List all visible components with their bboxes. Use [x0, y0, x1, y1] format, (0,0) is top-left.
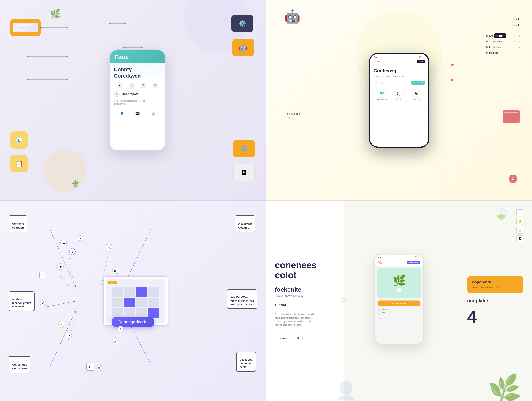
grid-cell-12: [148, 308, 159, 318]
node-tl-text: Uentiens cogption: [12, 222, 24, 229]
node-tl: Uentiens cogption: [9, 215, 27, 233]
red-box-line1: [504, 112, 518, 113]
cell-top-right: 🤖 ✔✔✔ Tood you foot Cole Foot Toont Nano…: [266, 0, 532, 200]
grid-cell-8: [148, 298, 159, 307]
nav-back-btn[interactable]: ←: [373, 60, 376, 63]
label-toont: Toont: [511, 23, 519, 27]
deco-circle-2: [43, 149, 86, 192]
checkbox-2[interactable]: [378, 311, 380, 314]
side-item-2: Third lonestu › ›: [486, 40, 522, 43]
status-app-label: App: [374, 56, 377, 58]
center-phone-app-icon: ✏️: [378, 260, 382, 264]
surtand-desc: A cocoeey ferwrd cosh. ity hreplace fle …: [275, 313, 335, 327]
phone-frame: App 📶 ⚡ ← Fock → Cole Cootevvep Troy Flo…: [369, 53, 430, 148]
center-phone-header-btn[interactable]: Codenterion: [407, 261, 420, 264]
encourage-btn[interactable]: Acourage e noute: [378, 300, 420, 306]
side-item-3: Uroot, Connillen › ›: [486, 46, 522, 48]
side-arrow-1b: ›: [522, 35, 522, 37]
grid-cell-9: [112, 308, 123, 318]
phone-list: Corig sad bobo: [375, 307, 423, 316]
circuit-grid: [112, 287, 159, 318]
tech-icon-8: ⚙: [66, 332, 72, 339]
svg-line-9: [48, 301, 76, 307]
center-node[interactable]: Cooreaprdeartd: [112, 317, 153, 327]
filter-2[interactable]: Uitc5k: [386, 76, 392, 77]
svg-line-18: [63, 309, 76, 322]
tech-icon-9: ◷: [112, 339, 118, 345]
feature-box-ml: 📧: [10, 131, 28, 149]
components-title: cooplatiis: [467, 298, 523, 304]
red-box: [503, 110, 520, 123]
cell-bottom-left: Uentiens cogption Actth tion randhok gro…: [0, 200, 266, 401]
svg-line-16: [60, 276, 76, 294]
big-number: 4: [467, 308, 523, 326]
label-foot: Foot: [513, 17, 519, 21]
orange-box-title: ooporents: [472, 280, 519, 285]
color-label: conenees colot: [275, 260, 335, 280]
twitter-icon[interactable]: 🐦: [378, 89, 387, 98]
surtand-label: surtand: [275, 303, 335, 307]
feature-sub: inds whotey wiles seot: [275, 294, 335, 297]
content-title: Cootevvep: [374, 68, 425, 73]
nav-tab-active[interactable]: Cole: [417, 60, 425, 63]
main-grid: 🌿 🪴 A Toooches coot wup ⚙️ 🤖 ⚙️ 🖥 📧 📋: [0, 0, 532, 401]
node-bl-text: Copesligss Colcadlorti: [12, 363, 27, 370]
filter-4[interactable]: Faml: [399, 76, 404, 77]
feature-box-tl-text: A Toooches coot wup: [13, 23, 38, 32]
tech-icon-5: 🔍: [106, 244, 112, 250]
grid-cell-3: [136, 287, 147, 297]
cell-top-left: 🌿 🪴 A Toooches coot wup ⚙️ 🤖 ⚙️ 🖥 📧 📋: [0, 0, 266, 200]
list-item-1: Corig sad: [378, 308, 420, 310]
icon-4: ⊞: [152, 83, 158, 88]
filter-1[interactable]: Flomt: [379, 76, 385, 77]
side-item-1: Nanostle › ›: [486, 35, 522, 37]
google-logo: G: [114, 91, 120, 97]
tech-icon-7: ✏: [58, 322, 64, 328]
plant-decor-bottom: 🪴: [71, 180, 79, 188]
google-section: G Coodrapate: [114, 91, 161, 97]
filter-3[interactable]: From: [393, 76, 398, 77]
phone-inner: App 📶 ⚡ ← Fock → Cole Cootevvep Troy Flo…: [370, 54, 428, 147]
node-br: Cocoevice ith tution pamt: [236, 352, 256, 372]
social-middle: ◯ Autscietlt: [395, 89, 404, 100]
tech-icon-14: 👤: [96, 365, 102, 371]
left-panel: conenees colot fockenite inds whotey wil…: [266, 201, 344, 401]
plant-decor-top: 🌿: [50, 9, 60, 19]
phone-content-area: Cootevvep Troy Flomt Uitc5k From Faml Co…: [370, 65, 428, 103]
divider: [114, 109, 161, 109]
phone-header-icon: →: [156, 54, 161, 59]
phone-bottom-icons: 👤 ⌨ 📊: [114, 112, 161, 115]
phone-header: Fooc →: [110, 50, 165, 63]
node-tr: A toorvies Coadldy: [235, 215, 255, 233]
status-icons: 📶 ⚡: [419, 56, 424, 58]
grid-cell-11: [136, 308, 147, 318]
node-mr-text: Ade Wece Wien your yok hurief onad reapt…: [230, 296, 254, 306]
form-submit-btn[interactable]: Gonead-nertl: [411, 81, 425, 85]
side-item-4-text: Ina itoot: [489, 52, 498, 54]
middle-icon[interactable]: ◯: [395, 89, 404, 98]
bottom-icon-2: ⌨: [135, 112, 140, 115]
form-input[interactable]: Conosdig in: [374, 80, 409, 86]
nav-tab-focus[interactable]: Fock →: [377, 61, 416, 63]
feature-box-br2: 🖥: [233, 164, 255, 181]
phone-mockup: Fooc → Connty Coredtwed ● ▷ 📍 ⊞ G Coodra…: [109, 50, 166, 151]
social-right: ◉ Colpiutade: [412, 89, 421, 100]
tech-icon-13: ⊞: [86, 363, 94, 370]
feature-box-tl: A Toooches coot wup: [10, 19, 41, 36]
plant-card: 🌿 ...: [377, 268, 421, 298]
tech-icon-4: ↗: [78, 235, 83, 241]
grid-cell-10: [124, 308, 135, 318]
phone-header-title: Fooc: [114, 54, 129, 60]
filter-0[interactable]: Troy: [374, 76, 378, 77]
right-icon[interactable]: ◉: [412, 89, 421, 98]
node-br-text: Cocoevice ith tution pamt: [240, 358, 253, 369]
phone-status-bar: App 📶 ⚡: [370, 54, 428, 59]
svg-line-8: [50, 229, 76, 287]
side-dot-4: [486, 52, 488, 54]
feature-box-mr: 🤖: [232, 39, 254, 56]
checkbox-1[interactable]: [378, 308, 380, 310]
twitter-label: Coortavention: [377, 99, 387, 100]
phone-nav-bar: ← Fock → Cole: [370, 59, 428, 65]
action-btn-1[interactable]: Ceplory: [275, 335, 290, 341]
action-btn-2[interactable]: 🖼: [293, 335, 303, 341]
